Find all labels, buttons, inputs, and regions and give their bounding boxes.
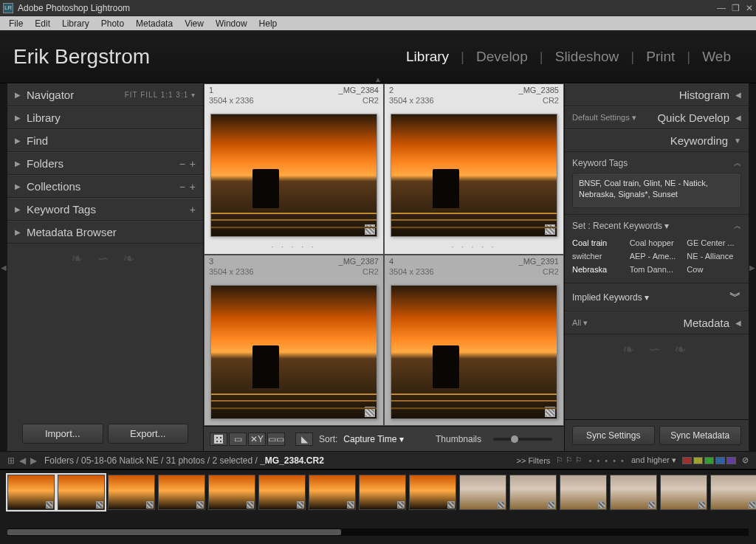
filmstrip-thumb[interactable] xyxy=(359,475,406,510)
recent-keyword[interactable]: NE - Alliance xyxy=(687,252,741,261)
minimize-button[interactable]: — xyxy=(717,3,726,13)
star-filter[interactable]: • • • • • xyxy=(588,456,625,465)
qd-preset-dropdown[interactable]: Default Settings ▾ xyxy=(572,113,636,123)
nav-back-icon[interactable]: ◀ xyxy=(19,455,26,466)
import-button[interactable]: Import... xyxy=(22,424,103,444)
thumbnail-image[interactable] xyxy=(391,285,557,419)
color-swatch[interactable] xyxy=(704,457,714,464)
thumbnail-size-slider[interactable] xyxy=(493,438,552,441)
grid-cell[interactable]: 1_MG_23843504 x 2336CR2· · · · · xyxy=(204,83,384,255)
rating-mode-dropdown[interactable]: and higher ▾ xyxy=(631,455,676,465)
menu-metadata[interactable]: Metadata xyxy=(130,18,179,29)
recent-keyword[interactable]: AEP - Ame... xyxy=(630,252,684,261)
rating-dots[interactable]: · · · · · xyxy=(385,243,563,254)
filters-toggle[interactable]: >> Filters xyxy=(516,456,550,465)
sync-settings-button[interactable]: Sync Settings xyxy=(572,426,655,445)
filmstrip-thumb[interactable] xyxy=(208,475,255,510)
filmstrip-thumb[interactable] xyxy=(58,475,105,510)
filmstrip-thumb[interactable] xyxy=(459,475,506,510)
panel-library[interactable]: ▶ Library xyxy=(7,106,203,129)
recent-keyword[interactable]: GE Center ... xyxy=(687,238,741,247)
add-keyword-icon[interactable]: + xyxy=(190,204,196,216)
sort-dropdown[interactable]: Capture Time ▾ xyxy=(343,434,403,444)
recent-keyword[interactable]: Cow xyxy=(687,265,741,274)
recent-keyword[interactable]: Coal hopper xyxy=(630,238,684,247)
panel-metadata[interactable]: All ▾ Metadata ◀ xyxy=(565,311,749,334)
export-button[interactable]: Export... xyxy=(108,424,189,444)
module-develop[interactable]: Develop xyxy=(464,49,540,65)
menu-help[interactable]: Help xyxy=(253,18,284,29)
color-swatch[interactable] xyxy=(726,457,736,464)
navigator-zoom-options[interactable]: FIT FILL 1:1 3:1 ▾ xyxy=(125,91,196,99)
color-swatch[interactable] xyxy=(693,457,703,464)
filmstrip-thumb[interactable] xyxy=(158,475,205,510)
panel-navigator[interactable]: ▶ Navigator FIT FILL 1:1 3:1 ▾ xyxy=(7,83,203,106)
menu-edit[interactable]: Edit xyxy=(29,18,56,29)
color-swatch[interactable] xyxy=(682,457,692,464)
thumbnail-image[interactable] xyxy=(210,285,377,419)
filmstrip-thumb[interactable] xyxy=(7,475,55,510)
keyword-set-dropdown[interactable]: Set : Recent Keywords ▾ xyxy=(572,221,669,231)
menu-view[interactable]: View xyxy=(179,18,210,29)
recent-keyword[interactable]: Nebraska xyxy=(572,265,627,274)
menu-window[interactable]: Window xyxy=(210,18,253,29)
add-collection-icon[interactable]: + xyxy=(190,181,196,193)
remove-folder-icon[interactable]: − xyxy=(179,158,185,170)
nav-forward-icon[interactable]: ▶ xyxy=(30,455,37,466)
grid-cell[interactable]: 2_MG_23853504 x 2336CR2· · · · · xyxy=(384,83,564,255)
filmstrip-thumb[interactable] xyxy=(108,475,155,510)
grid-toggle-icon[interactable]: ⊞ xyxy=(7,455,15,466)
filmstrip-thumb[interactable] xyxy=(610,475,657,510)
menu-file[interactable]: File xyxy=(3,18,29,29)
panel-metadata-browser[interactable]: ▶ Metadata Browser xyxy=(7,221,203,244)
filmstrip-thumb[interactable] xyxy=(309,475,356,510)
metadata-preset-dropdown[interactable]: All ▾ xyxy=(572,318,588,328)
recent-keyword[interactable]: Coal train xyxy=(572,238,627,247)
panel-folders[interactable]: ▶ Folders −+ xyxy=(7,152,203,175)
expand-icon[interactable]: ︾ xyxy=(729,289,741,305)
menu-library[interactable]: Library xyxy=(56,18,95,29)
grid-view-button[interactable] xyxy=(210,433,227,446)
keyword-tags-field[interactable]: BNSF, Coal train, Glint, NE - Natick, Ne… xyxy=(572,173,741,208)
breadcrumb-path[interactable]: Folders / 05-18-06 Natick NE / 31 photos… xyxy=(44,455,324,466)
panel-collections[interactable]: ▶ Collections −+ xyxy=(7,175,203,198)
rating-dots[interactable]: · · · · · xyxy=(205,243,383,254)
thumbnail-image[interactable] xyxy=(210,114,377,237)
maximize-button[interactable]: ❐ xyxy=(732,3,740,13)
loupe-view-button[interactable]: ▭ xyxy=(229,433,247,446)
grid-cell[interactable]: 3_MG_23873504 x 2336CR2 xyxy=(204,255,384,426)
module-web[interactable]: Web xyxy=(690,49,743,65)
filmstrip-thumb[interactable] xyxy=(710,475,756,510)
color-swatch[interactable] xyxy=(715,457,725,464)
module-slideshow[interactable]: Slideshow xyxy=(543,49,631,65)
panel-quick-develop[interactable]: Default Settings ▾ Quick Develop ◀ xyxy=(565,106,749,129)
compare-view-button[interactable]: ✕Y xyxy=(248,433,266,446)
painter-tool-button[interactable]: ◣ xyxy=(295,433,313,446)
panel-find[interactable]: ▶ Find xyxy=(7,129,203,152)
collapse-top-icon[interactable]: ▲ xyxy=(374,75,382,83)
collapse-right-icon[interactable]: ▶ xyxy=(749,83,756,451)
implied-keywords-dropdown[interactable]: Implied Keywords ▾ xyxy=(572,292,649,303)
module-print[interactable]: Print xyxy=(634,49,687,65)
thumbnail-image[interactable] xyxy=(391,114,557,237)
recent-keyword[interactable]: switcher xyxy=(572,252,627,261)
filmstrip-scrollbar[interactable] xyxy=(7,528,749,536)
filter-lock-icon[interactable]: ⊘ xyxy=(742,455,749,465)
filmstrip-thumb[interactable] xyxy=(258,475,306,510)
add-folder-icon[interactable]: + xyxy=(190,158,196,170)
menu-photo[interactable]: Photo xyxy=(95,18,130,29)
module-library[interactable]: Library xyxy=(394,49,461,65)
panel-histogram[interactable]: Histogram ◀ xyxy=(565,83,749,106)
recent-keyword[interactable]: Tom Dann... xyxy=(630,265,684,274)
collapse-left-icon[interactable]: ◀ xyxy=(0,83,7,451)
filmstrip-thumb[interactable] xyxy=(509,475,557,510)
close-button[interactable]: ✕ xyxy=(746,3,753,13)
filmstrip-thumb[interactable] xyxy=(560,475,607,510)
collapse-icon[interactable]: ︽ xyxy=(734,158,741,168)
filmstrip-thumb[interactable] xyxy=(409,475,456,510)
implied-keywords-section[interactable]: Implied Keywords ▾ ︾ xyxy=(565,283,749,311)
filmstrip-thumb[interactable] xyxy=(660,475,707,510)
survey-view-button[interactable]: ▭▭ xyxy=(267,433,285,446)
panel-keyword-tags[interactable]: ▶ Keyword Tags + xyxy=(7,198,203,221)
sync-metadata-button[interactable]: Sync Metadata xyxy=(659,426,742,445)
